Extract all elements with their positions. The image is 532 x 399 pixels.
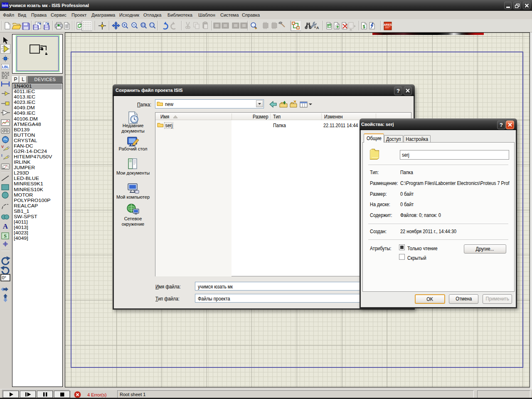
svg-text:A: A [316, 26, 319, 30]
svg-text:ARES: ARES [384, 23, 392, 26]
svg-text:isis: isis [2, 3, 8, 7]
svg-text:I: I [1, 153, 2, 158]
svg-text:$: $ [363, 25, 365, 29]
svg-text:S: S [4, 233, 7, 239]
svg-text:LBL: LBL [2, 65, 9, 69]
svg-text:0°: 0° [2, 275, 7, 280]
svg-text:V: V [1, 145, 4, 149]
svg-text:A: A [3, 222, 8, 230]
svg-text:0.0: 0.0 [4, 129, 7, 131]
